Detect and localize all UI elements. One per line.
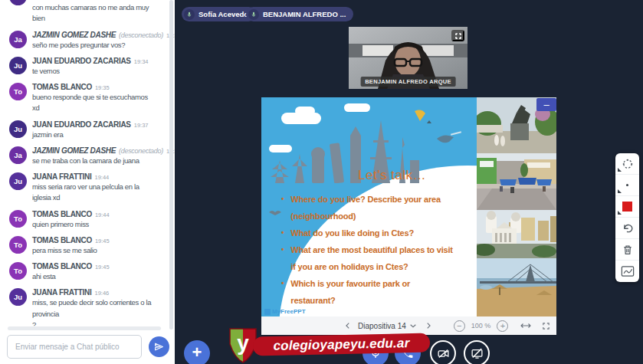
- timestamp: 19:44: [95, 212, 110, 218]
- chat-input-row: [7, 335, 169, 359]
- share-webcam-button[interactable]: [430, 340, 456, 364]
- bullet-dot: •: [281, 241, 284, 275]
- disconnected-label: (desconectado): [119, 31, 163, 39]
- microphone-icon: [248, 9, 259, 20]
- chat-message: Ja JAZMIN GOMEZ DASHE(desconectado)19:38…: [9, 146, 156, 166]
- avatar: Ju: [9, 120, 27, 138]
- send-message-button[interactable]: [149, 336, 169, 357]
- message-text: miss, se puede decir solo corrientes o l…: [32, 297, 156, 320]
- avatar: Ja: [9, 31, 27, 48]
- sender-name: TOMAS BLANCO: [32, 83, 92, 91]
- chat-message: To TOMAS BLANCO19:45 ahi esta: [9, 262, 156, 282]
- bullet-dot: •: [281, 191, 284, 225]
- previous-slide-button[interactable]: [344, 322, 352, 330]
- chevron-down-icon: [409, 322, 417, 330]
- sender-name: JUANA FRATTINI: [32, 288, 91, 297]
- sender-name: TOMAS BLANCO: [32, 236, 92, 244]
- message-text: bueno responde que si te escuchamos xd: [32, 92, 156, 114]
- chevron-right-icon: [425, 322, 432, 330]
- fullscreen-button[interactable]: [542, 322, 550, 330]
- participant-name: Sofía Acevedo: [198, 10, 248, 18]
- bullet-item: • What do you like doing in Ctes?: [281, 225, 473, 241]
- avatar: Ju: [9, 57, 27, 74]
- webcam-video[interactable]: BENJAMIN ALFREDO ARQUE: [349, 27, 467, 89]
- zoom-in-button[interactable]: +: [497, 320, 508, 332]
- polyline-tool-button[interactable]: [615, 261, 639, 282]
- chat-message-list[interactable]: con muchas camaras no me anda muy bien J…: [9, 2, 156, 362]
- message-text: jazmin era: [32, 130, 156, 140]
- thickness-dot-icon: [626, 184, 628, 186]
- svg-text:y: y: [237, 331, 249, 355]
- fit-width-button[interactable]: [520, 322, 531, 330]
- chat-message: Ju JUAN EDUARDO ZACARIAS19:37 jazmin era: [9, 120, 156, 140]
- message-text: quien primero miss: [32, 219, 156, 230]
- sender-name: TOMAS BLANCO: [32, 262, 92, 271]
- chat-message: To TOMAS BLANCO19:45 pera miss se me sal…: [9, 236, 156, 256]
- watermark-text: colegioyapeyu.edu.ar: [273, 336, 409, 354]
- message-text: seño me podes preguntar vos?: [32, 40, 156, 51]
- chat-message-input[interactable]: [7, 335, 142, 359]
- myfreeppt-logo: MyFreePPT: [264, 308, 306, 315]
- talking-indicator-chip[interactable]: BENJAMIN ALFREDO ...: [246, 7, 353, 21]
- chat-message: To TOMAS BLANCO19:35 bueno responde que …: [9, 83, 156, 114]
- chat-message: To TOMAS BLANCO19:44 quien primero miss: [9, 210, 156, 230]
- timestamp: 19:34: [134, 58, 149, 65]
- actions-plus-button[interactable]: +: [184, 340, 210, 364]
- sender-name: JUAN EDUARDO ZACARIAS: [32, 120, 131, 129]
- minus-icon: −: [457, 321, 461, 330]
- webcam-name-tag: BENJAMIN ALFREDO ARQUE: [360, 77, 456, 87]
- bullet-item: • Which is your favourite park orrestaur…: [281, 275, 473, 309]
- timestamp: 19:37: [134, 122, 149, 129]
- avatar: To: [9, 236, 27, 254]
- participant-name: BENJAMIN ALFREDO ...: [263, 10, 346, 18]
- bullet-item: • Where do you live? Describe your area(…: [281, 191, 473, 225]
- thickness-tool-button[interactable]: [615, 175, 639, 196]
- chevron-left-icon: [344, 322, 352, 330]
- shape-tool-button[interactable]: [615, 153, 639, 175]
- message-text: ahi esta: [32, 271, 156, 282]
- slide-number-label[interactable]: Diapositiva 14: [358, 322, 406, 330]
- sender-name: JUAN EDUARDO ZACARIAS: [32, 57, 131, 65]
- undo-annotation-button[interactable]: [615, 218, 639, 239]
- avatar: Ju: [9, 172, 27, 190]
- webcam-fullscreen-button[interactable]: [451, 30, 464, 41]
- avatar: Ja: [9, 146, 27, 164]
- chat-scrollbar[interactable]: [169, 0, 173, 330]
- avatar: Ju: [9, 288, 27, 306]
- zoom-level-label: 100 %: [471, 322, 491, 330]
- sender-name: JUANA FRATTINI: [32, 172, 91, 181]
- shape-tool-icon: [621, 157, 635, 171]
- camera-slash-icon: [437, 347, 450, 360]
- sender-name: JAZMIN GOMEZ DASHE: [32, 146, 116, 155]
- talking-indicator-chip[interactable]: Sofía Acevedo: [182, 7, 256, 21]
- bullet-dot: •: [281, 225, 284, 241]
- presentation-toolbar: Diapositiva 14 − 100 % +: [261, 316, 556, 335]
- photo-cathedral: [477, 210, 556, 258]
- next-slide-button[interactable]: [425, 322, 432, 330]
- clear-annotations-button[interactable]: [615, 239, 639, 261]
- chat-panel: con muchas camaras no me anda muy bien J…: [0, 0, 175, 364]
- message-text: miss seria raro ver una pelcula en la ig…: [32, 182, 156, 204]
- slide[interactable]: Let's talk… • Where do you live? Describ…: [261, 97, 556, 316]
- disconnected-label: (desconectado): [119, 147, 163, 155]
- share-screen-button[interactable]: [464, 340, 490, 364]
- fullscreen-arrows-icon: [454, 32, 462, 40]
- minimize-presentation-button[interactable]: –: [536, 98, 556, 111]
- sender-name: TOMAS BLANCO: [32, 210, 92, 218]
- timestamp: 19:44: [94, 174, 109, 181]
- horizontal-arrows-icon: [520, 322, 531, 330]
- zoom-out-button[interactable]: −: [454, 320, 465, 332]
- color-swatch-button[interactable]: [615, 196, 639, 218]
- undo-icon: [621, 221, 634, 234]
- slide-title: Let's talk…: [358, 168, 426, 183]
- slide-menu-button[interactable]: [409, 322, 417, 330]
- chat-message: Ju JUANA FRATTINI19:46 miss, se puede de…: [9, 288, 156, 330]
- sender-name: JAZMIN GOMEZ DASHE: [32, 31, 116, 39]
- plus-icon: +: [500, 321, 505, 330]
- paper-plane-icon: [154, 342, 164, 352]
- chat-message: Ju JUAN EDUARDO ZACARIAS19:34 te vemos: [9, 57, 156, 77]
- avatar: [9, 0, 27, 5]
- annotation-toolbar: [615, 153, 639, 282]
- fullscreen-icon: [542, 322, 550, 330]
- message-text: te vemos: [32, 66, 156, 77]
